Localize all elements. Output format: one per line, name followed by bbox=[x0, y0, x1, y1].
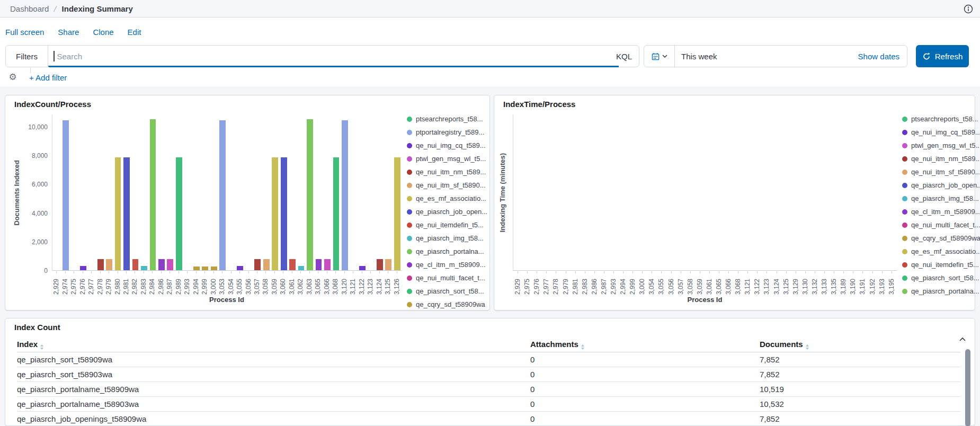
legend-item[interactable]: qe_nui_itm_nm_t589... bbox=[902, 152, 980, 165]
legend-item[interactable]: qe_nui_itemdefin_t5... bbox=[407, 218, 487, 232]
filters-button[interactable]: Filters bbox=[6, 46, 48, 67]
bar[interactable] bbox=[193, 267, 200, 270]
bar[interactable] bbox=[385, 259, 391, 270]
legend-item[interactable]: ptsearchreports_t58... bbox=[407, 112, 487, 126]
legend-item[interactable]: qe_nui_itm_nm_t589... bbox=[407, 165, 487, 179]
legend-item[interactable]: ptwl_gen_msg_wl_t5... bbox=[902, 139, 980, 152]
legend-item[interactable]: qe_piasrch_portalna... bbox=[407, 245, 487, 258]
bar[interactable] bbox=[132, 259, 139, 270]
legend-dot bbox=[407, 183, 412, 188]
refresh-button[interactable]: Refresh bbox=[916, 45, 969, 67]
legend-item[interactable]: ptportalregistry_t589... bbox=[407, 126, 487, 139]
legend-item[interactable]: qe_nui_itm_sf_t5890... bbox=[407, 179, 487, 192]
bar[interactable] bbox=[281, 157, 287, 270]
bar[interactable] bbox=[342, 120, 348, 270]
legend-item[interactable]: ptwl_gen_msg_wl_t5... bbox=[407, 152, 487, 165]
bar[interactable] bbox=[115, 157, 121, 270]
legend-item[interactable]: qe_cqry_sd_t58909wa bbox=[407, 298, 487, 311]
kql-button[interactable]: KQL bbox=[609, 46, 639, 67]
menu-full-screen[interactable]: Full screen bbox=[5, 28, 44, 37]
legend-dot bbox=[407, 170, 412, 175]
legend-item[interactable]: qe_piasrch_sort_t58... bbox=[407, 285, 487, 298]
legend-item[interactable]: qe_cqry_sd_t58909wa bbox=[902, 232, 980, 245]
x-tick-label: 3,068 bbox=[331, 271, 340, 295]
x-axis-ticks: 2,9292,9752,9762,9772,9782,9792,9812,983… bbox=[513, 271, 897, 295]
date-picker: This week Show dates bbox=[644, 45, 907, 67]
legend-label: ptportalregistry_t589... bbox=[416, 128, 484, 136]
bar[interactable] bbox=[333, 157, 340, 270]
bar[interactable] bbox=[176, 157, 182, 270]
bar[interactable] bbox=[377, 259, 383, 270]
bar[interactable] bbox=[289, 259, 296, 270]
bar[interactable] bbox=[150, 119, 156, 270]
bar[interactable] bbox=[106, 259, 112, 270]
legend-item[interactable]: qe_piasrch_portalna... bbox=[902, 285, 980, 298]
legend-dot bbox=[407, 289, 412, 294]
menu-clone[interactable]: Clone bbox=[93, 28, 113, 37]
menu-edit[interactable]: Edit bbox=[128, 28, 141, 37]
bar[interactable] bbox=[141, 266, 147, 270]
legend-item[interactable]: qe_nui_img_cq_t589... bbox=[407, 139, 487, 152]
scrollbar-thumb[interactable] bbox=[965, 349, 970, 426]
menu-share[interactable]: Share bbox=[58, 28, 79, 37]
legend-item[interactable]: qe_piasrch_job_open... bbox=[407, 205, 487, 218]
bar[interactable] bbox=[167, 259, 173, 270]
legend-item[interactable]: qe_cl_itm_m_t58909... bbox=[407, 258, 487, 271]
bar[interactable] bbox=[298, 266, 305, 270]
search-input[interactable] bbox=[56, 51, 610, 61]
bar[interactable] bbox=[237, 266, 243, 270]
x-tick-label: 3,121 bbox=[743, 271, 752, 295]
legend-item[interactable]: qe_es_mf_associatio... bbox=[902, 245, 980, 258]
bar[interactable] bbox=[307, 119, 313, 270]
legend-item[interactable]: qe_piasrch_sort_t58... bbox=[902, 271, 980, 285]
legend-item[interactable]: qe_piasrch_img_t58... bbox=[902, 192, 980, 205]
bar[interactable] bbox=[63, 120, 69, 270]
time-range-value[interactable]: This week bbox=[675, 52, 717, 61]
legend-item[interactable]: qe_piasrch_job_open... bbox=[902, 179, 980, 192]
bar[interactable] bbox=[316, 259, 322, 270]
legend-dot bbox=[902, 196, 907, 201]
column-header-documents[interactable]: Documents bbox=[760, 338, 960, 352]
bar[interactable] bbox=[202, 267, 208, 270]
gear-icon[interactable]: ⚙ bbox=[6, 70, 19, 83]
legend-item[interactable]: qe_piasrch_img_t58... bbox=[407, 232, 487, 245]
bar[interactable] bbox=[324, 259, 331, 270]
x-tick-label: 2,976 bbox=[78, 271, 86, 295]
bar[interactable] bbox=[359, 266, 366, 270]
bar[interactable] bbox=[80, 266, 86, 270]
scroll-up-arrow[interactable] bbox=[958, 334, 967, 344]
x-tick-label: 3,124 bbox=[375, 271, 383, 295]
bar[interactable] bbox=[263, 259, 270, 270]
show-dates-link[interactable]: Show dates bbox=[858, 52, 907, 61]
bar[interactable] bbox=[158, 259, 165, 270]
bar[interactable] bbox=[97, 259, 104, 270]
legend-item[interactable]: qe_nui_multi_facet_t... bbox=[407, 271, 487, 285]
bar[interactable] bbox=[211, 267, 217, 270]
bar[interactable] bbox=[394, 157, 400, 270]
legend-dot bbox=[407, 130, 412, 135]
text-caret bbox=[54, 51, 55, 61]
calendar-button[interactable] bbox=[644, 46, 675, 67]
legend-item[interactable]: qe_es_mf_associatio... bbox=[407, 192, 487, 205]
column-header-index[interactable]: Index bbox=[17, 338, 530, 352]
breadcrumb-dashboard[interactable]: Dashboard bbox=[10, 4, 49, 13]
bar[interactable] bbox=[123, 157, 130, 270]
legend-item[interactable]: qe_nui_itm_sf_t5890... bbox=[902, 165, 980, 179]
legend-item[interactable]: ptsearchreports_t58... bbox=[902, 112, 980, 126]
bar[interactable] bbox=[272, 157, 278, 270]
legend-item[interactable]: qe_nui_multi_facet_t... bbox=[902, 218, 980, 232]
info-icon[interactable] bbox=[963, 4, 974, 14]
legend-label: qe_piasrch_job_open... bbox=[416, 208, 487, 216]
legend-item[interactable]: qe_nui_itemdefin_t5... bbox=[902, 258, 980, 271]
add-filter-link[interactable]: + Add filter bbox=[29, 73, 67, 82]
x-tick-label: 3,189 bbox=[839, 271, 848, 295]
table-cell: 0 bbox=[530, 352, 760, 367]
legend-dot bbox=[902, 117, 907, 122]
bar[interactable] bbox=[219, 120, 226, 270]
legend-item[interactable]: qe_cl_itm_m_t58909... bbox=[902, 205, 980, 218]
legend-dot bbox=[902, 249, 907, 254]
y-axis-labels: 02,0004,0006,0008,00010,000 bbox=[5, 114, 48, 271]
bar[interactable] bbox=[254, 259, 261, 270]
legend-item[interactable]: qe_nui_img_cq_t589... bbox=[902, 126, 980, 139]
column-header-attachments[interactable]: Attachments bbox=[530, 338, 760, 352]
